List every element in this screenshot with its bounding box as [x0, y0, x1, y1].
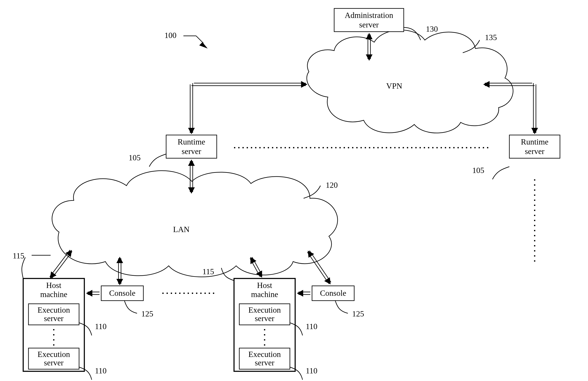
svg-line-5: [196, 36, 203, 43]
ref-100: 100: [165, 31, 176, 40]
exec2b-l2: server: [255, 358, 274, 367]
exec2a-l1: Execution: [248, 306, 281, 314]
runtime2-line2: server: [525, 147, 545, 156]
ref-115-2: 115: [202, 267, 214, 276]
host1-l1: Host: [46, 281, 61, 290]
console2: Console: [320, 289, 346, 297]
ref-120: 120: [326, 180, 338, 189]
exec1b-l2: server: [44, 358, 64, 367]
host2-l2: machine: [251, 290, 278, 299]
vpn-label: VPN: [386, 81, 402, 90]
exec2a-l2: server: [255, 314, 274, 323]
runtime2-line1: Runtime: [521, 137, 548, 146]
host2-l1: Host: [257, 281, 272, 290]
ref-110-1a: 110: [95, 322, 107, 331]
ref-105-1: 105: [129, 153, 141, 162]
ref-105-2: 105: [472, 166, 484, 175]
runtime1-line1: Runtime: [178, 137, 205, 146]
exec1b-l1: Execution: [38, 350, 70, 359]
ref-110-2a: 110: [306, 322, 317, 331]
runtime1-line2: server: [182, 147, 201, 156]
ref-130: 130: [426, 24, 438, 33]
admin-line2: server: [359, 20, 379, 29]
ref-135: 135: [485, 33, 497, 42]
admin-line1: Administration: [345, 11, 393, 20]
ref-125-1: 125: [141, 309, 153, 318]
exec2b-l1: Execution: [248, 350, 281, 359]
ref-125-2: 125: [352, 309, 364, 318]
exec1a-l2: server: [44, 314, 64, 323]
ref-115-1: 115: [13, 251, 24, 260]
host1-l2: machine: [40, 290, 67, 299]
exec1a-l1: Execution: [38, 306, 70, 314]
ref-110-2b: 110: [306, 366, 317, 375]
console1: Console: [109, 289, 136, 297]
lan-label: LAN: [173, 225, 189, 234]
ref-110-1b: 110: [95, 366, 107, 375]
